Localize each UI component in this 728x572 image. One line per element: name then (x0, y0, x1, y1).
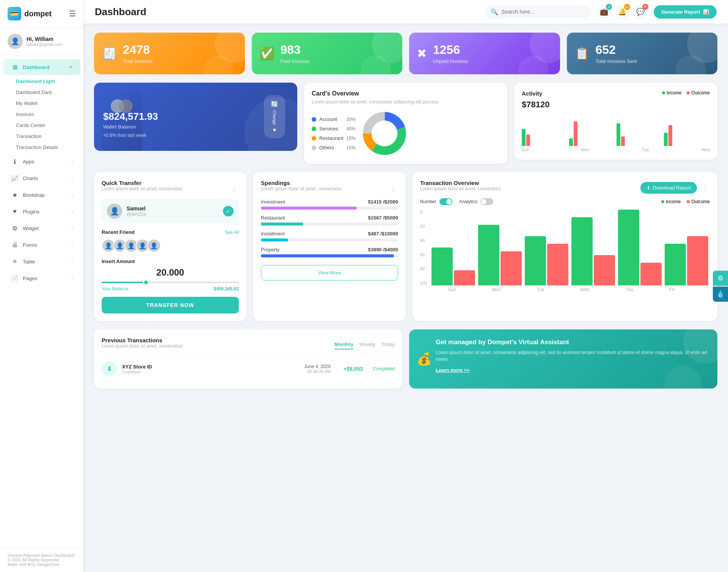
search-input[interactable] (501, 9, 585, 15)
sidebar-subitem-cards-center[interactable]: Cards Center (0, 120, 83, 131)
slider-thumb[interactable] (143, 279, 149, 285)
sidebar-footer: Dompet Payment Admin Dashboard © 2021 Al… (0, 547, 83, 572)
chevron-right-icon-6: › (71, 243, 73, 247)
to-subtitle: Lorem ipsum dolor sit amet, consectetur (420, 186, 501, 191)
bar-mon-outcome (574, 121, 577, 146)
spendings-subtitle: Lorem ipsum dolor sit amet, consectetur (261, 186, 342, 191)
label-sun: Sun (522, 147, 529, 152)
wallet-label: Wallet Balance (103, 124, 288, 130)
bar-labels: Sun Mon Tue Wed (522, 147, 710, 152)
wallet-change: +0.8% than last week (103, 133, 288, 138)
slider-fill (102, 282, 143, 283)
dashboard-icon: ⊞ (11, 63, 19, 71)
sidebar-item-forms[interactable]: 🖨 Forms › (3, 237, 80, 253)
gear-icon: ⚙ (717, 274, 723, 282)
sidebar-subitem-transaction-details[interactable]: Transaction Details (0, 142, 83, 153)
wallet-icon-btn[interactable]: 💼 2 (597, 5, 611, 19)
cards-overview-subtitle: Lorem ipsum dolor sit amet, consectetur … (312, 99, 500, 105)
sidebar-item-bootstrap[interactable]: ★ Bootstrap › (3, 187, 80, 203)
chevron-down-icon: ▼ (69, 65, 73, 69)
sidebar-item-table[interactable]: ≡ Table › (3, 254, 80, 270)
spendings-dots-menu[interactable]: ⋮ (388, 185, 398, 193)
search-icon: 🔍 (491, 8, 498, 16)
samuel-avatar: 👤 (107, 204, 122, 219)
settings-float-btn[interactable]: ⚙ (713, 271, 728, 286)
bar-group-thu (618, 210, 662, 285)
spending-header-property: Property $3890 /$4000 (261, 247, 398, 252)
bell-badge: 12 (624, 4, 630, 10)
va-description: Lorem ipsum dolor sit amet, consectetur … (436, 349, 708, 363)
paid-invoices-label: Paid Invoices (281, 58, 310, 64)
stat-card-sent-invoices: 📋 652 Total Invoices Sent (567, 33, 718, 74)
spendings-title: Spendings (261, 180, 342, 186)
footer-line1: Dompet Payment Admin Dashboard (8, 553, 76, 558)
bell-icon-btn[interactable]: 🔔 12 (615, 5, 629, 19)
to-dots-menu[interactable]: ⋮ (700, 184, 710, 192)
wallet-badge: 2 (606, 4, 612, 10)
water-float-btn[interactable]: 💧 (713, 287, 728, 302)
number-toggle[interactable] (439, 198, 452, 205)
bar-group-mon (478, 225, 522, 285)
footer-line2: © 2021 All Rights Reserved (8, 558, 76, 562)
tab-today[interactable]: Today (381, 342, 395, 349)
sidebar-label-forms: Forms (23, 242, 37, 248)
sidebar-item-widget[interactable]: ⚙ Widget › (3, 220, 80, 236)
big-bar-tue-income (525, 236, 546, 285)
hamburger-menu[interactable]: ☰ (69, 9, 76, 18)
samuel-info: Samuel @iam224 (127, 205, 146, 217)
va-learn-more-link[interactable]: Learn more >> (436, 367, 470, 373)
generate-report-button[interactable]: Generate Report 📊 (654, 5, 717, 19)
friend-5[interactable]: 👤 (147, 239, 161, 252)
sidebar-subitem-transaction[interactable]: Transaction (0, 131, 83, 142)
view-more-button[interactable]: View More (261, 265, 398, 281)
tab-monthly[interactable]: Monthly (334, 342, 353, 349)
bar-tue-outcome (621, 136, 625, 146)
stat-card-unpaid-invoices: ✖ 1256 Unpaid Invoices (409, 33, 560, 74)
income-legend: Income (662, 90, 681, 96)
transfer-now-button[interactable]: TRANSFER NOW (102, 297, 239, 313)
samuel-name: Samuel (127, 205, 146, 212)
sidebar-subitem-dashboard-light[interactable]: Dashboard Light (0, 76, 83, 87)
sidebar-subitem-invoices[interactable]: Invoices (0, 109, 83, 120)
see-all-link[interactable]: See All (225, 230, 239, 235)
download-report-button[interactable]: ⬇ Download Report (640, 182, 697, 194)
download-label: Download Report (653, 185, 691, 191)
chat-icon-btn[interactable]: 💬 5 (633, 5, 648, 19)
stat-card-info-4: 652 Total Invoices Sent (596, 43, 637, 64)
others-dot (312, 146, 316, 150)
sidebar-subitem-dashboard-dark[interactable]: Dashboard Dark (0, 87, 83, 98)
activity-bar-chart (522, 116, 710, 146)
sidebar-subitem-my-wallet[interactable]: My Wallet (0, 98, 83, 109)
friend-avatars: 👤 👤 👤 👤 👤 (102, 239, 239, 252)
services-pct: 40% (347, 126, 356, 132)
big-bar-fri-outcome (687, 236, 708, 285)
big-bar-wed-outcome (594, 255, 615, 285)
sidebar-label-charts: Charts (23, 176, 38, 181)
trans-type: Cashback (122, 370, 152, 374)
account-pct: 20% (347, 117, 356, 122)
chevron-right-icon-2: › (71, 176, 73, 180)
page-title: Dashboard (95, 6, 479, 18)
bar-group-sun (431, 248, 475, 285)
sidebar-item-pages[interactable]: 📄 Pages › (3, 270, 80, 286)
amount-slider[interactable] (102, 282, 239, 283)
previous-transactions-section: Previous Transactions Lorem ipsum dolor … (94, 329, 402, 389)
samuel-contact-card[interactable]: 👤 Samuel @iam224 ✓ (102, 199, 239, 223)
spending-header-restaurant: Restaurant $1567 /$5000 (261, 215, 398, 221)
widget-icon: ⚙ (11, 224, 19, 232)
pie-svg (362, 111, 407, 156)
user-name: Hi, William (27, 36, 62, 42)
installment-bar-track (261, 238, 398, 241)
legend-services: Services 40% (312, 126, 356, 132)
sidebar-item-charts[interactable]: 📈 Charts › (3, 170, 80, 186)
qt-dots-menu[interactable]: ⋮ (229, 185, 239, 193)
restaurant-dot (312, 136, 316, 141)
property-bar-track (261, 254, 398, 257)
analytics-toggle[interactable] (480, 198, 493, 205)
bar-tue-income (617, 123, 620, 146)
chart-icon: 📊 (703, 9, 709, 15)
sidebar-item-apps[interactable]: ℹ Apps › (3, 154, 80, 169)
tab-weekly[interactable]: Weekly (359, 342, 375, 349)
sidebar-item-plugins[interactable]: ♥ Plugins › (3, 204, 80, 219)
sidebar-item-dashboard[interactable]: ⊞ Dashboard ▼ (3, 59, 80, 75)
